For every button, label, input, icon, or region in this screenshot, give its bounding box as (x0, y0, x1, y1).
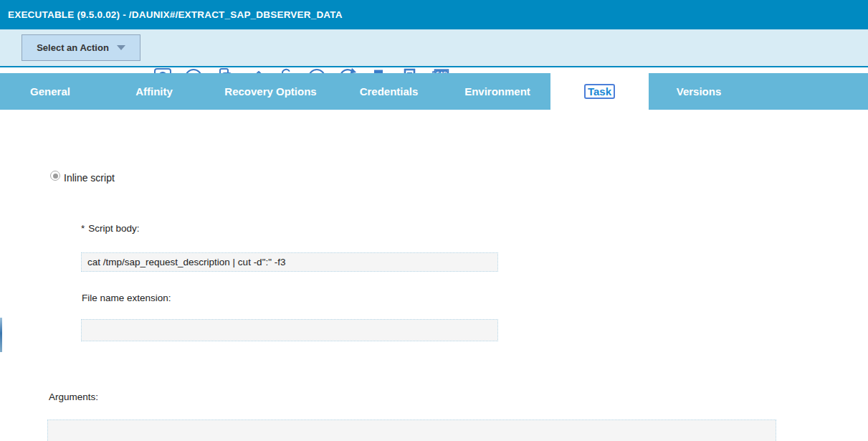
tab-versions[interactable]: Versions (649, 73, 749, 110)
toolbar: Select an Action (0, 29, 868, 66)
chevron-down-icon (117, 45, 125, 50)
inline-script-radio[interactable] (50, 171, 60, 181)
tab-bar: General Affinity Recovery Options Creden… (0, 73, 868, 110)
select-action-label: Select an Action (37, 42, 109, 53)
tab-recovery-options[interactable]: Recovery Options (208, 73, 333, 110)
tab-bar-filler (749, 73, 868, 110)
tab-affinity[interactable]: Affinity (100, 73, 208, 110)
inline-script-radio-group[interactable]: Inline script (50, 170, 115, 184)
script-body-input[interactable] (81, 252, 498, 272)
tab-task[interactable]: Task (550, 73, 649, 110)
tab-credentials[interactable]: Credentials (333, 73, 444, 110)
toolbar-divider (0, 66, 868, 67)
arguments-input[interactable] (47, 419, 776, 441)
script-body-label: *Script body: (81, 223, 140, 234)
tab-general[interactable]: General (0, 73, 100, 110)
file-name-extension-input[interactable] (81, 319, 498, 341)
window-title: EXECUTABLE (9.5.0.02) - /DAUNIX#/EXTRACT… (0, 0, 868, 29)
panel-resize-handle[interactable] (0, 318, 2, 352)
arguments-label: Arguments: (49, 392, 98, 402)
radio-selected-dot (53, 174, 58, 179)
select-action-button[interactable]: Select an Action (22, 34, 140, 61)
file-name-extension-label: File name extension: (82, 293, 171, 303)
required-marker: * (81, 223, 85, 234)
tab-environment[interactable]: Environment (444, 73, 550, 110)
inline-script-label: Inline script (64, 170, 115, 184)
task-tab-panel (0, 110, 868, 441)
